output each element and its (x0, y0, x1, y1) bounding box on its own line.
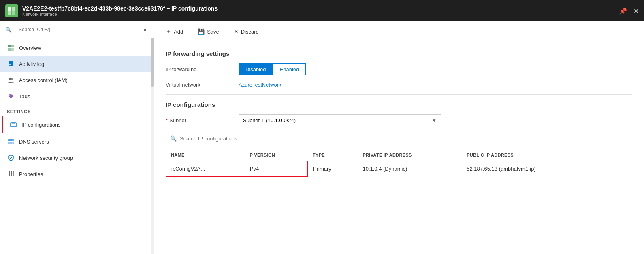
scrollbar-track (151, 38, 154, 254)
svg-rect-1 (12, 7, 15, 11)
virtual-network-label: Virtual network (166, 82, 239, 88)
close-icon[interactable]: ✕ (633, 7, 639, 15)
svg-rect-24 (11, 171, 12, 176)
col-header-private-ip: PRIVATE IP ADDRESS (358, 149, 462, 161)
ip-forwarding-row: IP forwarding Disabled Enabled (166, 64, 632, 75)
add-icon: ＋ (166, 28, 171, 35)
sidebar-item-ip-configurations[interactable]: IP configurations (2, 116, 152, 133)
svg-rect-8 (9, 61, 13, 66)
sidebar-item-label: Activity log (19, 61, 44, 67)
col-header-type: TYPE (308, 149, 358, 161)
row-more-options-button[interactable]: ··· (606, 165, 614, 172)
search-input[interactable] (15, 25, 120, 34)
svg-rect-14 (11, 123, 16, 127)
sidebar-item-access-control[interactable]: Access control (IAM) (0, 72, 154, 88)
title-bar-controls: 📌 ✕ (619, 7, 639, 15)
ip-config-search-box: 🔍 (166, 133, 632, 144)
virtual-network-value: AzureTestNetwork (239, 82, 632, 88)
scrollbar-thumb[interactable] (151, 38, 154, 87)
search-icon: 🔍 (5, 27, 12, 33)
sidebar: 🔍 « (0, 21, 154, 254)
cell-name[interactable]: ipConfigV2A... (166, 161, 243, 177)
content-body: IP forwarding settings IP forwarding Dis… (154, 42, 644, 185)
col-header-name: NAME (166, 149, 243, 161)
app-icon (5, 4, 18, 17)
search-icon: 🔍 (170, 135, 177, 142)
discard-icon: ✕ (234, 28, 239, 35)
svg-point-20 (12, 143, 13, 144)
svg-point-19 (12, 140, 13, 141)
svg-rect-6 (8, 48, 11, 51)
sidebar-item-label: IP configurations (21, 122, 61, 128)
ip-forwarding-label: IP forwarding (166, 66, 239, 72)
subnet-value: Subnet-1 (10.1.0.0/24) (243, 117, 296, 123)
sidebar-item-dns-servers[interactable]: DNS servers (0, 133, 154, 150)
sidebar-item-tags[interactable]: Tags (0, 88, 154, 104)
table-row: ipConfigV2A... IPv4 Primary 10.1.0.4 (Dy… (166, 161, 632, 177)
svg-rect-25 (13, 171, 14, 176)
add-button[interactable]: ＋ Add (162, 26, 186, 37)
cell-actions: ··· (601, 161, 632, 177)
dns-icon (7, 138, 15, 146)
ip-config-search-input[interactable] (180, 135, 628, 142)
tag-icon (7, 92, 15, 100)
cell-type: Primary (308, 161, 358, 177)
toggle-group: Disabled Enabled (239, 64, 632, 75)
subnet-row: * Subnet Subnet-1 (10.1.0.0/24) ▼ (166, 114, 632, 126)
ip-forwarding-toggle: Disabled Enabled (239, 64, 632, 75)
collapse-button[interactable]: « (141, 25, 149, 34)
svg-point-13 (9, 95, 11, 96)
sidebar-item-label: Tags (19, 93, 30, 99)
sidebar-nav: Overview Activity log (0, 38, 154, 182)
sidebar-item-label: Properties (19, 171, 43, 177)
sidebar-search-bar: 🔍 « (0, 21, 154, 38)
settings-section-label: SETTINGS (0, 104, 154, 116)
nsg-icon (7, 154, 15, 162)
col-header-ip-version: IP VERSION (243, 149, 308, 161)
cell-ip-version[interactable]: IPv4 (243, 161, 308, 177)
properties-icon (7, 170, 15, 178)
sidebar-item-activity-log[interactable]: Activity log (0, 56, 154, 72)
add-label: Add (174, 29, 183, 35)
col-header-actions (601, 149, 632, 161)
subnet-label: * Subnet (166, 117, 239, 123)
sidebar-item-network-security-group[interactable]: Network security group (0, 150, 154, 166)
svg-rect-5 (11, 45, 14, 47)
save-icon: 💾 (198, 28, 205, 35)
app-window: V2AE2E2-testfb7c8bf4-ec2d-433b-98ec-3e3c… (0, 0, 644, 254)
svg-rect-3 (12, 11, 15, 15)
ip-configurations-table: NAME IP VERSION TYPE PRIVATE IP ADDRESS … (166, 149, 632, 177)
svg-line-21 (10, 158, 11, 159)
activity-log-icon (7, 60, 15, 68)
save-label: Save (207, 29, 219, 35)
sidebar-item-label: Overview (19, 45, 41, 51)
sidebar-item-properties[interactable]: Properties (0, 166, 154, 182)
subnet-dropdown[interactable]: Subnet-1 (10.1.0.0/24) ▼ (239, 114, 441, 126)
discard-label: Discard (241, 29, 259, 35)
main-layout: 🔍 « (0, 21, 644, 254)
svg-point-12 (11, 78, 13, 80)
svg-rect-0 (8, 7, 11, 11)
window-subtitle: Network interface (22, 12, 619, 17)
cell-public-ip: 52.187.65.13 (ambhatvm1-ip) (462, 161, 601, 177)
required-star: * (166, 117, 168, 123)
ip-config-icon (9, 121, 17, 129)
svg-rect-4 (8, 45, 11, 47)
svg-line-22 (11, 157, 12, 159)
sidebar-scroll: Overview Activity log (0, 38, 154, 254)
overview-icon (7, 44, 15, 52)
iam-icon (7, 76, 15, 84)
ip-forwarding-section-title: IP forwarding settings (166, 50, 632, 57)
sidebar-item-overview[interactable]: Overview (0, 40, 154, 56)
svg-rect-2 (8, 11, 11, 15)
pin-icon[interactable]: 📌 (619, 7, 627, 15)
svg-rect-23 (9, 171, 10, 176)
disabled-toggle[interactable]: Disabled (239, 64, 273, 75)
svg-rect-7 (11, 48, 14, 51)
enabled-toggle[interactable]: Enabled (273, 64, 306, 75)
discard-button[interactable]: ✕ Discard (230, 27, 262, 36)
col-header-public-ip: PUBLIC IP ADDRESS (462, 149, 601, 161)
save-button[interactable]: 💾 Save (194, 27, 222, 36)
cell-private-ip: 10.1.0.4 (Dynamic) (358, 161, 462, 177)
virtual-network-link[interactable]: AzureTestNetwork (239, 82, 281, 88)
